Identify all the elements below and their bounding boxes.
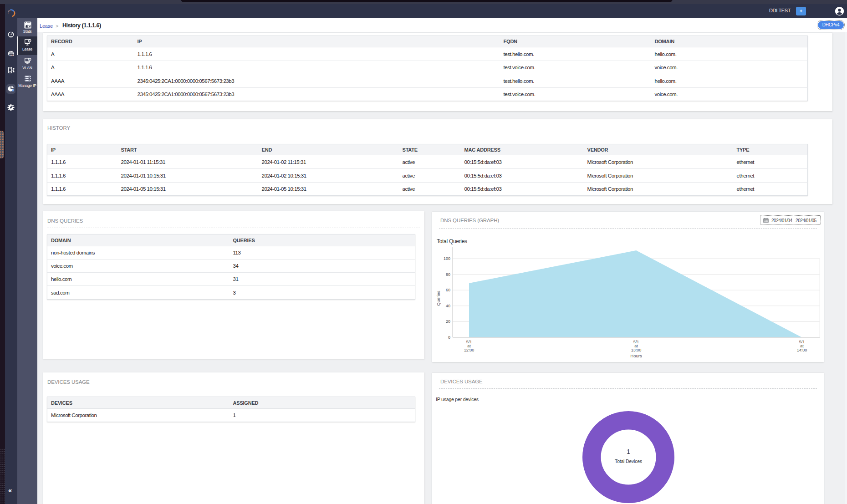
svg-text:0: 0	[448, 335, 450, 340]
svg-text:80: 80	[446, 272, 450, 277]
svg-text:40: 40	[446, 304, 450, 308]
svg-text:12:00: 12:00	[464, 348, 475, 352]
svg-text:60: 60	[446, 288, 450, 292]
svg-text:Hours: Hours	[630, 353, 642, 358]
svg-text:?: ?	[29, 58, 31, 61]
svg-text:?: ?	[29, 40, 31, 42]
svg-text:Queries: Queries	[436, 290, 441, 306]
svg-text:20: 20	[446, 319, 450, 324]
svg-text:DNS: DNS	[10, 54, 14, 56]
svg-text:14:00: 14:00	[797, 348, 807, 352]
svg-text:13:00: 13:00	[631, 348, 642, 352]
svg-text:100: 100	[444, 256, 450, 261]
